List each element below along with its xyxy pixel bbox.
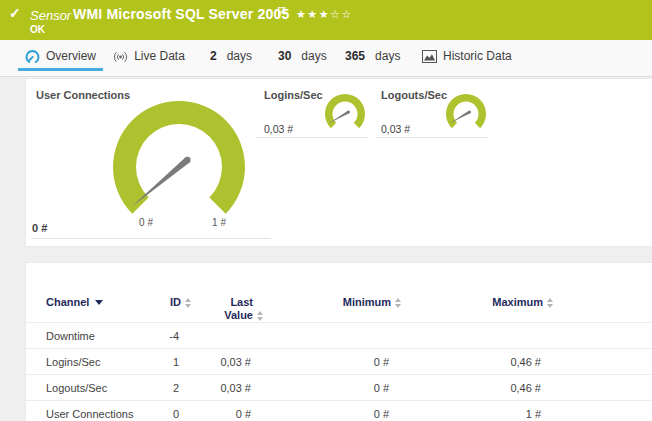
cell-last-value [191, 323, 263, 349]
stars-filled: ★★★ [296, 8, 330, 20]
tab-overview[interactable]: Overview [18, 46, 103, 66]
tab-bar: Overview Live Data 2days 30days 365days … [0, 40, 652, 77]
column-header-maximum[interactable]: Maximum [401, 263, 553, 323]
tab-historic-data[interactable]: Historic Data [422, 46, 512, 66]
sensor-title: WMI Microsoft SQL Server 2005 [73, 6, 289, 22]
logins-gauge-value: 0,03 # [264, 123, 293, 135]
primary-gauge-value: 0 # [32, 222, 47, 234]
logins-gauge-title: Logins/Sec [264, 89, 323, 101]
channel-table-panel: Channel ID Last Value Minimum Maximum Do… [25, 262, 652, 421]
logouts-gauge [444, 92, 488, 136]
tab-period-unit: days [375, 49, 400, 63]
status-ok-icon: ✓ [9, 5, 21, 21]
gauge-scale-max: 1 # [204, 217, 234, 228]
tab-live-data[interactable]: Live Data [118, 46, 180, 66]
cell-channel: Downtime [26, 323, 161, 349]
column-label: Minimum [343, 296, 391, 308]
tab-365-days[interactable]: 365days [345, 46, 400, 66]
column-label: Channel [46, 296, 89, 308]
cell-id: 2 [161, 375, 191, 401]
cell-spacer [553, 349, 652, 375]
gauge-icon [25, 49, 40, 64]
cell-maximum: 0,46 # [401, 375, 553, 401]
sort-icon [185, 298, 191, 308]
logouts-gauge-title: Logouts/Sec [381, 89, 447, 101]
table-row-downtime[interactable]: Downtime -4 [26, 323, 652, 349]
divider [31, 238, 271, 239]
table-row-logins[interactable]: Logins/Sec 1 0,03 # 0 # 0,46 # [26, 349, 652, 375]
table-header-row: Channel ID Last Value Minimum Maximum [26, 263, 652, 323]
column-label: Last Value [213, 296, 253, 322]
column-header-last-value[interactable]: Last Value [191, 263, 263, 323]
logins-gauge [323, 92, 367, 136]
cell-maximum: 0,46 # [401, 349, 553, 375]
sensor-kind-label: Sensor [30, 8, 71, 23]
gauge-needle [131, 157, 191, 208]
cell-last-value: 0,03 # [191, 349, 263, 375]
cell-minimum: 0 # [263, 375, 401, 401]
cell-spacer [553, 375, 652, 401]
tab-period-number: 30 [278, 49, 291, 63]
live-data-icon [113, 49, 128, 63]
tab-period-number: 2 [210, 49, 217, 63]
tab-30-days[interactable]: 30days [278, 46, 327, 66]
column-header-channel[interactable]: Channel [26, 263, 161, 323]
sort-icon [257, 311, 263, 321]
tab-period-unit: days [227, 49, 252, 63]
tab-label: Historic Data [443, 49, 512, 63]
column-header-minimum[interactable]: Minimum [263, 263, 401, 323]
cell-spacer [553, 401, 652, 421]
cell-channel: Logouts/Sec [26, 375, 161, 401]
cell-channel: Logins/Sec [26, 349, 161, 375]
user-connections-gauge [109, 97, 249, 237]
column-label: ID [170, 296, 181, 308]
cell-last-value: 0,03 # [191, 375, 263, 401]
overview-gauges-panel: User Connections 0 # 1 # 0 # Logins/Sec … [25, 78, 652, 247]
tab-period-unit: days [301, 49, 326, 63]
column-header-spacer [553, 263, 652, 323]
cell-minimum: 0 # [263, 401, 401, 421]
tab-label: Live Data [134, 49, 185, 63]
cell-id: -4 [161, 323, 191, 349]
cell-last-value: 0 # [191, 401, 263, 421]
sort-icon [547, 298, 553, 308]
cell-channel: User Connections [26, 401, 161, 421]
logouts-gauge-value: 0,03 # [381, 123, 410, 135]
table-row-logouts[interactable]: Logouts/Sec 2 0,03 # 0 # 0,46 # [26, 375, 652, 401]
gauge-scale-min: 0 # [131, 217, 161, 228]
divider [256, 137, 368, 138]
favorite-rating[interactable]: ★★★☆☆ [296, 8, 353, 21]
divider [376, 137, 488, 138]
cell-spacer [553, 323, 652, 349]
stars-empty: ☆☆ [330, 8, 353, 20]
channel-table: Channel ID Last Value Minimum Maximum Do… [26, 263, 652, 421]
cell-maximum: 1 # [401, 401, 553, 421]
cell-minimum: 0 # [263, 349, 401, 375]
sort-icon [395, 298, 401, 308]
sensor-header: ✓ Sensor WMI Microsoft SQL Server 2005 ★… [0, 0, 652, 40]
sensor-status-text: OK [30, 24, 45, 35]
column-header-id[interactable]: ID [161, 263, 191, 323]
historic-data-icon [422, 50, 437, 63]
sort-desc-icon [95, 300, 103, 305]
priority-flag-icon[interactable] [277, 4, 287, 22]
column-label: Maximum [492, 296, 543, 308]
table-row-user-connections[interactable]: User Connections 0 0 # 0 # 1 # [26, 401, 652, 421]
cell-id: 1 [161, 349, 191, 375]
cell-minimum [263, 323, 401, 349]
cell-maximum [401, 323, 553, 349]
tab-period-number: 365 [345, 49, 365, 63]
tab-2-days[interactable]: 2days [210, 46, 252, 66]
cell-id: 0 [161, 401, 191, 421]
tab-label: Overview [46, 49, 96, 63]
